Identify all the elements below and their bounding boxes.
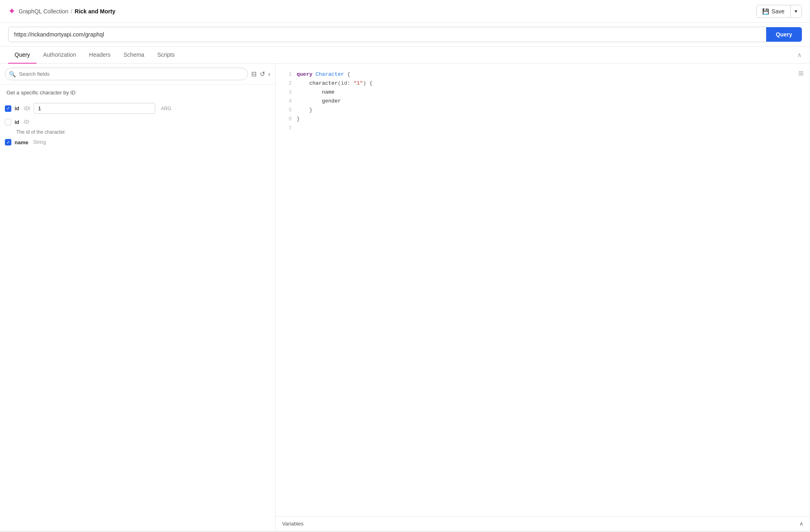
helper-text: Get a specific character by ID [5, 90, 270, 96]
code-line-4: 4 gender [284, 97, 802, 106]
request-name[interactable]: Rick and Morty [75, 8, 115, 15]
field-name-id-required: id [15, 105, 19, 111]
search-wrapper: 🔍 [5, 68, 248, 80]
save-button-group: 💾 Save ▾ [756, 5, 802, 18]
field-row-id-arg: id ID! ARG [5, 100, 270, 116]
arg-input-id[interactable] [34, 103, 155, 114]
tabs-row: Query Authorization Headers Schema Scrip… [0, 47, 810, 64]
collapse-panel-button[interactable]: ‹ [268, 71, 270, 78]
arg-label: ARG [161, 106, 171, 111]
refresh-button[interactable]: ↺ [260, 70, 265, 78]
deselect-all-button[interactable]: ⊟ [251, 70, 256, 78]
field-checkbox-name[interactable] [5, 139, 11, 145]
top-bar: ✦ GraphQL Collection / Rick and Morty 💾 … [0, 0, 810, 23]
request-tabs: Query Authorization Headers Schema Scrip… [8, 47, 181, 63]
code-line-5: 5 } [284, 106, 802, 115]
field-row-id: id ID [5, 116, 270, 128]
right-panel: ⊞ 1 query Character { 2 character(id: "1… [276, 64, 810, 531]
fields-content: Get a specific character by ID id ID! AR… [0, 85, 275, 531]
prettify-button[interactable]: ⊞ [798, 69, 804, 77]
code-line-1: 1 query Character { [284, 70, 802, 79]
graphql-icon: ✦ [8, 6, 15, 17]
search-row: 🔍 ⊟ ↺ ‹ [0, 64, 275, 85]
url-bar: Query [0, 23, 810, 47]
refresh-icon: ↺ [260, 71, 265, 77]
code-line-6: 6 } [284, 115, 802, 124]
field-type-id: ID [24, 119, 29, 125]
field-checkbox-id[interactable] [5, 119, 11, 125]
field-name-name: name [15, 139, 28, 145]
query-button[interactable]: Query [766, 27, 802, 42]
breadcrumb: GraphQL Collection / Rick and Morty [19, 8, 115, 15]
save-label: Save [772, 8, 784, 15]
field-name-id: id [15, 119, 19, 125]
variables-label: Variables [282, 521, 303, 527]
field-type-name: String [33, 139, 46, 145]
left-panel: 🔍 ⊟ ↺ ‹ Get a specific character by ID i… [0, 64, 276, 531]
field-row-name: name String [5, 137, 270, 148]
tab-scripts[interactable]: Scripts [151, 47, 181, 64]
chevron-left-icon: ‹ [268, 71, 270, 77]
prettify-icon: ⊞ [798, 70, 804, 77]
editor-toolbar: ⊞ [798, 69, 804, 77]
editor-area[interactable]: ⊞ 1 query Character { 2 character(id: "1… [276, 64, 810, 516]
save-dropdown-button[interactable]: ▾ [790, 5, 801, 17]
deselect-icon: ⊟ [251, 71, 256, 77]
search-input[interactable] [5, 68, 248, 80]
collection-name[interactable]: GraphQL Collection [19, 8, 68, 15]
code-line-7: 7 [284, 124, 802, 133]
tab-authorization[interactable]: Authorization [36, 47, 83, 64]
tab-schema[interactable]: Schema [117, 47, 151, 64]
breadcrumb-area: ✦ GraphQL Collection / Rick and Morty [8, 6, 115, 17]
field-description: The id of the character. [5, 128, 270, 137]
code-line-3: 3 name [284, 88, 802, 97]
breadcrumb-separator: / [71, 8, 72, 15]
variables-collapse-icon: ∧ [799, 521, 804, 527]
main-area: 🔍 ⊟ ↺ ‹ Get a specific character by ID i… [0, 64, 810, 531]
tab-query[interactable]: Query [8, 47, 36, 64]
save-icon: 💾 [762, 8, 769, 15]
code-line-2: 2 character(id: "1") { [284, 79, 802, 88]
search-icon: 🔍 [9, 71, 16, 77]
tab-headers[interactable]: Headers [83, 47, 117, 64]
save-button[interactable]: 💾 Save [757, 5, 790, 17]
field-type-id-required: ID! [24, 106, 30, 111]
collapse-tabs-icon[interactable]: ∧ [797, 51, 802, 59]
field-checkbox-id-required[interactable] [5, 105, 11, 112]
variables-bar[interactable]: Variables ∧ [276, 516, 810, 531]
url-input[interactable] [8, 27, 766, 42]
